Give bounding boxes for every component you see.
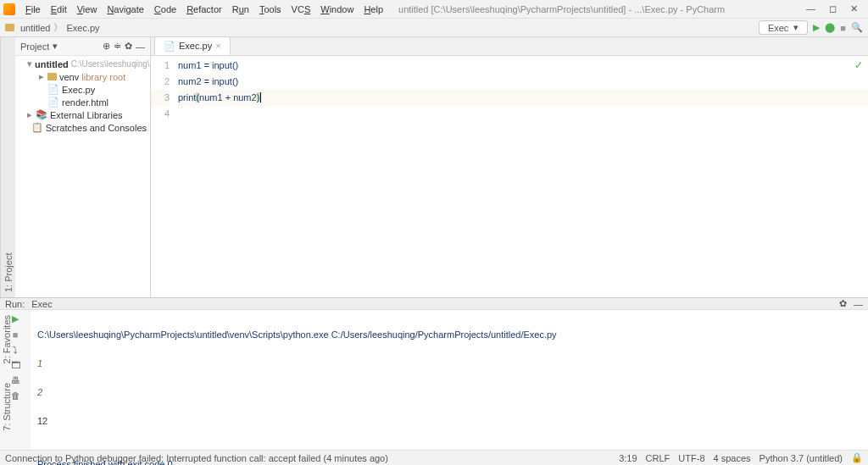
run-header: Run: Exec ✿ — (0, 298, 868, 310)
rerun-icon[interactable]: ▶ (12, 313, 19, 324)
menu-navigate[interactable]: Navigate (102, 4, 148, 14)
code-area[interactable]: ✓ num1 = input() num2 = input() print(nu… (178, 56, 868, 297)
venv-note: library root (81, 72, 125, 82)
run-config-selector[interactable]: Exec▾ (759, 20, 808, 35)
scratches-icon: 📋 (31, 122, 43, 133)
collapse-icon[interactable]: ≑ (114, 41, 121, 52)
trash-icon[interactable]: 🗑 (11, 390, 20, 401)
menu-refactor[interactable]: Refactor (181, 4, 227, 14)
menu-window[interactable]: Window (315, 4, 359, 14)
crumb-root: untitled (20, 23, 50, 33)
project-header: Project ▾ ⊕ ≑ ✿ — (15, 37, 150, 56)
window-controls: — ◻ ✕ (806, 3, 865, 14)
tree-ext-lib[interactable]: ▸📚External Libraries (15, 108, 150, 121)
menu-run[interactable]: Run (227, 4, 254, 14)
tree-root[interactable]: ▾untitled C:\Users\leeshuqing\... (15, 58, 150, 70)
editor-tabs: 📄Exec.py× (151, 37, 868, 56)
folder-icon (47, 73, 57, 80)
minimize-icon[interactable]: — (806, 3, 815, 14)
run-header-label: Run: (5, 299, 25, 309)
target-icon[interactable]: ⊕ (103, 41, 110, 52)
tree-root-path: C:\Users\leeshuqing\... (71, 59, 157, 69)
tree-scratch-label: Scratches and Consoles (46, 123, 147, 133)
gutter: 1234 (151, 56, 178, 297)
inspection-check-icon[interactable]: ✓ (854, 58, 863, 74)
tree-exec[interactable]: 📄Exec.py (15, 83, 150, 96)
search-icon[interactable]: 🔍 (851, 22, 863, 33)
main-area: 1: Project Project ▾ ⊕ ≑ ✿ — ▾untitled C… (0, 37, 868, 297)
project-tree[interactable]: ▾untitled C:\Users\leeshuqing\... ▸venv … (15, 56, 150, 136)
console-result: 12 (37, 414, 861, 429)
tree-render-label: render.html (62, 97, 108, 108)
folder-icon (5, 24, 14, 31)
left-tool-stripe[interactable]: 1: Project (0, 37, 15, 297)
menu-help[interactable]: Help (359, 4, 388, 14)
tree-venv[interactable]: ▸venv library root (15, 70, 150, 83)
close-icon[interactable]: ✕ (850, 3, 858, 14)
menu-tools[interactable]: Tools (254, 4, 287, 14)
tree-root-label: untitled (35, 59, 69, 69)
window-title: untitled [C:\Users\leeshuqing\PycharmPro… (398, 4, 806, 14)
console-cmd: C:\Users\leeshuqing\PycharmProjects\unti… (37, 328, 861, 342)
code-line-3: print(num1 + num2) (178, 90, 868, 106)
chevron-down-icon[interactable]: ▾ (53, 41, 58, 52)
chevron-down-icon: ▾ (793, 22, 798, 33)
project-panel: Project ▾ ⊕ ≑ ✿ — ▾untitled C:\Users\lee… (15, 37, 151, 297)
hide-run-icon[interactable]: — (854, 299, 863, 309)
crumb-file: Exec.py (66, 23, 99, 33)
left-stripe-favorites[interactable]: 2: Favorites (2, 315, 12, 363)
tree-render[interactable]: 📄render.html (15, 96, 150, 108)
editor-tab-label: Exec.py (179, 41, 212, 51)
print-icon[interactable]: 🖶 (11, 375, 20, 385)
debug-icon[interactable]: ⬤ (825, 22, 835, 33)
layout-icon[interactable]: 🗔 (11, 360, 20, 370)
run-icon[interactable]: ▶ (813, 22, 820, 33)
stripe-project[interactable]: 1: Project (3, 253, 14, 292)
run-panel: Run: Exec ✿ — ▶ ■ ⤵ 🗔 🖶 🗑 C:\Users\leesh… (0, 297, 868, 450)
console-output[interactable]: C:\Users\leeshuqing\PycharmProjects\unti… (31, 310, 868, 465)
console-input-1: 1 (37, 357, 861, 371)
run-config-label: Exec (768, 23, 788, 33)
editor-area: 📄Exec.py× 1234 ✓ num1 = input() num2 = i… (151, 37, 868, 297)
run-header-config[interactable]: Exec (31, 299, 52, 309)
python-file-icon: 📄 (47, 84, 59, 95)
hide-icon[interactable]: — (136, 42, 145, 52)
html-file-icon: 📄 (47, 97, 59, 108)
tree-scratches[interactable]: 📋Scratches and Consoles (15, 121, 150, 134)
python-file-icon: 📄 (164, 41, 175, 52)
gear-icon[interactable]: ✿ (125, 41, 132, 52)
pycharm-logo-icon (3, 3, 15, 15)
editor-body[interactable]: 1234 ✓ num1 = input() num2 = input() pri… (151, 56, 868, 297)
run-body: ▶ ■ ⤵ 🗔 🖶 🗑 C:\Users\leeshuqing\PycharmP… (0, 310, 868, 465)
menu-vcs[interactable]: VCS (287, 4, 316, 14)
tree-venv-label: venv (59, 72, 79, 82)
left-stripe-structure[interactable]: 7: Structure (2, 383, 12, 431)
console-input-2: 2 (37, 385, 861, 400)
gear-icon[interactable]: ✿ (839, 298, 847, 309)
tree-exec-label: Exec.py (62, 85, 95, 95)
stop-icon[interactable]: ■ (840, 23, 846, 33)
menu-bar: File Edit View Navigate Code Refactor Ru… (0, 0, 868, 19)
code-line-1: num1 = input() (178, 58, 868, 74)
code-line-2: num2 = input() (178, 74, 868, 90)
maximize-icon[interactable]: ◻ (829, 3, 837, 14)
menu-file[interactable]: File (20, 4, 46, 14)
console-exit: Process finished with exit code 0 (37, 457, 861, 465)
libraries-icon: 📚 (36, 109, 47, 120)
breadcrumb[interactable]: untitled 〉Exec.py (5, 21, 100, 34)
project-header-label[interactable]: Project (20, 42, 49, 52)
menu-edit[interactable]: Edit (46, 4, 72, 14)
menu-view[interactable]: View (72, 4, 103, 14)
editor-tab-exec[interactable]: 📄Exec.py× (154, 36, 231, 55)
nav-bar: untitled 〉Exec.py Exec▾ ▶ ⬤ ■ 🔍 (0, 19, 868, 37)
tree-ext-label: External Libraries (50, 110, 123, 120)
stop-icon[interactable]: ■ (13, 329, 19, 340)
close-tab-icon[interactable]: × (215, 41, 220, 51)
menu-code[interactable]: Code (149, 4, 181, 14)
step-icon[interactable]: ⤵ (13, 345, 18, 355)
